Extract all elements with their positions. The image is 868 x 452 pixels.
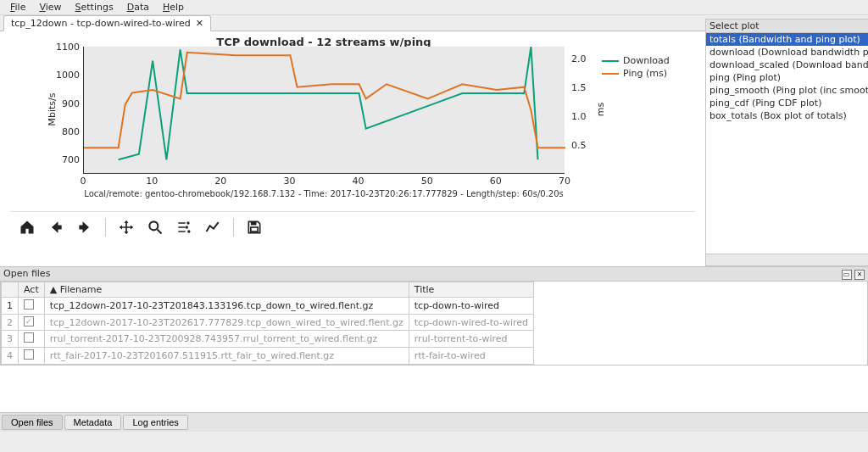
menu-help[interactable]: Help [156,2,191,13]
plot-list-item[interactable]: box_totals (Box plot of totals) [706,109,868,122]
plot-list-item[interactable]: ping (Ping plot) [706,71,868,84]
row-filename: tcp_12down-2017-10-23T202617.777829.tcp_… [44,315,409,331]
tab-log-entries[interactable]: Log entries [123,415,187,430]
side-panel-header: Select plot ▭ ✕ [705,19,868,33]
svg-rect-5 [251,221,257,225]
configure-icon[interactable] [175,219,192,236]
legend-color-swatch [602,73,619,75]
plot-list-item[interactable]: totals (Bandwidth and ping plot) [706,33,868,46]
bottom-tabs: Open files Metadata Log entries [0,412,868,432]
row-filename: rrul_torrent-2017-10-23T200928.743957.rr… [44,331,409,348]
svg-rect-6 [251,227,258,232]
edit-plot-icon[interactable] [204,219,221,236]
plot-frame: TCP download - 12 streams w/ping Bandwid… [0,31,705,266]
legend-label: Ping (ms) [623,68,667,79]
plot-list-item[interactable]: download (Download bandwidth plot) [706,46,868,59]
menu-view[interactable]: View [32,2,68,13]
side-scrollbar[interactable]: ◄ ► [705,254,868,266]
plot-list-item[interactable]: ping_smooth (Ping plot (inc smoothed ave… [706,84,868,97]
svg-line-1 [158,229,162,233]
toolbar-divider [233,218,234,237]
open-files-title: Open files [3,268,50,280]
close-panel-icon[interactable]: ✕ [854,270,865,280]
open-files-panel: Open files ▭ ✕ Act ▲ Filename Title 1tcp… [0,266,868,432]
menu-data[interactable]: Data [120,2,156,13]
legend: Download Ping (ms) [602,55,670,81]
chart-caption: Local/remote: gentoo-chromebook/192.168.… [83,189,565,198]
row-index: 4 [2,348,19,365]
col-filename[interactable]: ▲ Filename [44,282,409,298]
y-right-ticks: 0.51.01.52.0 [568,47,593,174]
legend-label: Download [623,55,670,66]
row-checkbox[interactable] [19,298,45,315]
col-act[interactable]: Act [19,282,45,298]
legend-color-swatch [602,60,619,62]
legend-item: Download [602,55,670,66]
plot-list-item[interactable]: ping_cdf (Ping CDF plot) [706,97,868,109]
row-index: 1 [2,298,19,315]
pan-icon[interactable] [118,219,135,236]
svg-point-2 [186,221,189,224]
plot-area[interactable] [83,47,565,174]
save-icon[interactable] [246,219,263,236]
row-checkbox[interactable] [19,315,45,331]
svg-point-4 [187,230,190,232]
plot-toolbar [10,211,695,242]
row-filename: tcp_12down-2017-10-23T201843.133196.tcp_… [44,298,409,315]
home-icon[interactable] [19,219,36,236]
side-panel-title: Select plot [709,20,760,31]
menubar[interactable]: File View Settings Data Help [0,0,868,15]
svg-point-0 [149,221,158,230]
table-row[interactable]: 1tcp_12down-2017-10-23T201843.133196.tcp… [2,298,534,315]
tab-label: tcp_12down - tcp-down-wired-to-wired [11,18,191,29]
row-checkbox[interactable] [19,331,45,348]
svg-point-3 [186,226,188,228]
plot-list[interactable]: totals (Bandwidth and ping plot)download… [705,33,868,254]
tab-open-files[interactable]: Open files [2,415,63,430]
row-index: 2 [2,315,19,331]
plot-tabs: tcp_12down - tcp-down-wired-to-wired ✕ [0,15,705,31]
back-icon[interactable] [47,219,64,236]
toolbar-divider [105,218,106,237]
plot-list-item[interactable]: download_scaled (Download bandwidth w/ax… [706,59,868,71]
open-files-header: Open files ▭ ✕ [0,266,868,282]
row-checkbox[interactable] [19,348,45,365]
close-icon[interactable]: ✕ [196,18,203,29]
menu-file[interactable]: File [3,2,32,13]
chart[interactable]: TCP download - 12 streams w/ping Bandwid… [10,36,675,211]
row-index: 3 [2,331,19,348]
table-row[interactable]: 3rrul_torrent-2017-10-23T200928.743957.r… [2,331,534,348]
row-title: tcp-down-to-wired [409,298,533,315]
table-row[interactable]: 4rtt_fair-2017-10-23T201607.511915.rtt_f… [2,348,534,365]
row-filename: rtt_fair-2017-10-23T201607.511915.rtt_fa… [44,348,409,365]
col-index[interactable] [2,282,19,298]
y-left-label: Mbits/s [47,92,58,126]
zoom-icon[interactable] [147,219,164,236]
col-title[interactable]: Title [409,282,533,298]
row-title: rrul-torrent-to-wired [409,331,533,348]
open-files-table: Act ▲ Filename Title 1tcp_12down-2017-10… [0,282,868,366]
row-title: tcp-down-wired-to-wired [409,315,533,331]
menu-settings[interactable]: Settings [69,2,120,13]
y-right-label: ms [595,103,606,116]
table-row[interactable]: 2tcp_12down-2017-10-23T202617.777829.tcp… [2,315,534,331]
tab-plot[interactable]: tcp_12down - tcp-down-wired-to-wired ✕ [3,15,211,31]
side-panel: Select plot ▭ ✕ totals (Bandwidth and pi… [705,15,868,266]
row-title: rtt-fair-to-wired [409,348,533,365]
legend-item: Ping (ms) [602,68,670,79]
undock-icon[interactable]: ▭ [842,270,852,280]
forward-icon[interactable] [76,219,93,236]
tab-metadata[interactable]: Metadata [64,415,122,430]
